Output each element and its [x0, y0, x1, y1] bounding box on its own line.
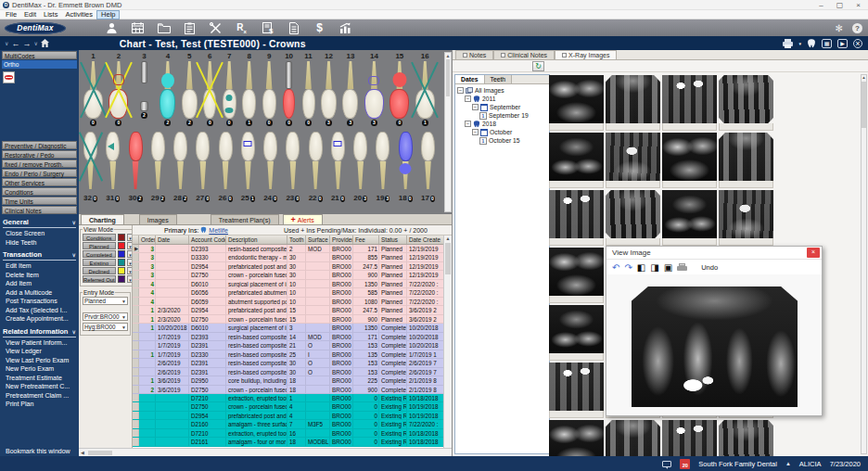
sidebar-item-new-perio-exam[interactable]: New Perio Exam	[0, 364, 79, 374]
xray-thumbnail[interactable]	[719, 420, 773, 456]
tooth-1[interactable]: 0	[83, 61, 103, 126]
chart-scrollbar[interactable]: ▲	[444, 52, 452, 212]
entry-mode-select[interactable]: Planned▼	[83, 297, 128, 305]
tooth-23[interactable]	[286, 132, 300, 189]
tooth-17[interactable]	[421, 132, 435, 189]
column-header-date[interactable]: Date	[156, 236, 189, 244]
sidebar-category-endo-perio-surgery[interactable]: Endo / Perio / Surgery	[2, 169, 77, 177]
table-row[interactable]: D7210extraction, erupted toot16BRO000Exi…	[133, 429, 452, 438]
tree-item-october-15[interactable]: 1October 15	[457, 136, 549, 145]
undo-arrow-icon[interactable]: ↶	[612, 262, 619, 273]
patient-icon[interactable]	[105, 22, 119, 34]
xray-thumbnail[interactable]	[549, 248, 604, 303]
reports-icon[interactable]	[338, 22, 352, 34]
expand-tray-icon[interactable]: ▲	[785, 461, 791, 466]
xray-thumbnail[interactable]	[662, 75, 717, 131]
xray-thumbnail[interactable]	[606, 420, 660, 456]
xray-thumbnail[interactable]	[549, 190, 604, 246]
tooth-14[interactable]: 3	[364, 61, 384, 126]
xray-thumbnail[interactable]	[549, 420, 604, 456]
tooth-30[interactable]	[129, 132, 143, 189]
home-icon[interactable]	[41, 39, 49, 47]
tooth-12[interactable]: 3	[321, 61, 337, 126]
play-icon[interactable]: ▶	[837, 39, 848, 48]
tooth-32[interactable]	[83, 132, 97, 189]
xray-thumbnail[interactable]	[719, 190, 773, 246]
table-row[interactable]: 23/6/2019D2750crown - porcelain fused18B…	[133, 386, 452, 394]
xray-thumbnail-image[interactable]	[606, 190, 660, 238]
table-row[interactable]: D2954prefabricated post and4BRO000Existi…	[133, 412, 452, 420]
column-header-provider[interactable]: Provider	[330, 236, 353, 244]
menu-item-file[interactable]: File	[2, 10, 20, 19]
clipboard-icon[interactable]	[183, 22, 197, 34]
color-swatch[interactable]	[118, 259, 125, 266]
tooth-10[interactable]: 0	[282, 61, 296, 126]
chevron-down-icon[interactable]: ∨	[72, 328, 76, 335]
print-image-icon[interactable]	[677, 263, 687, 272]
chat-icon[interactable]	[662, 461, 671, 467]
xray-thumbnail-image[interactable]	[549, 75, 604, 123]
billing-icon[interactable]: $	[261, 22, 274, 34]
sidebar-item-add-tax-selected-i-[interactable]: Add Tax (Selected I...	[0, 306, 79, 315]
table-row[interactable]: 4D6056prefabricated abutment10BRO00585Pl…	[133, 288, 452, 297]
sidebar-item-new-pretreatment-c-[interactable]: New Pretreatment C...	[0, 382, 79, 391]
color-swatch[interactable]	[118, 275, 125, 283]
xray-image-large[interactable]	[632, 286, 798, 407]
tab-treatment-plan-s-[interactable]: Treatment Plan(s)	[211, 214, 279, 224]
tree-expander[interactable]: −	[465, 121, 471, 127]
tree-item-october[interactable]: −October	[457, 128, 549, 136]
sidebar-category-restorative-pedo[interactable]: Restorative / Pedo	[2, 150, 77, 159]
provider-select[interactable]: Prvdr:BRO00▼	[83, 312, 128, 321]
xray-thumbnail[interactable]	[606, 190, 660, 246]
calendar-badge-icon[interactable]: 20	[680, 459, 690, 469]
column-header-status[interactable]: Status	[379, 236, 407, 244]
sidebar-item-edit-item[interactable]: Edit Item	[0, 261, 79, 271]
xray-thumbnail-image[interactable]	[719, 133, 773, 181]
invert-icon[interactable]: ▣	[664, 262, 672, 273]
flip-horizontal-icon[interactable]: ◧	[637, 262, 645, 273]
xray-thumbnail[interactable]	[549, 305, 604, 361]
tree-item-september-19[interactable]: 1September 19	[457, 111, 549, 120]
table-row[interactable]: 3D2954prefabricated post and30BRO00247.5…	[133, 262, 452, 271]
tooth-19[interactable]	[376, 132, 389, 189]
tab-alerts[interactable]: +Alerts	[283, 214, 323, 224]
sidebar-item-treatment-estimate[interactable]: Treatment Estimate	[0, 374, 79, 383]
xray-thumbnail[interactable]	[662, 133, 717, 188]
tooth-22[interactable]	[309, 132, 323, 189]
tree-item-2011[interactable]: −2011	[457, 95, 549, 103]
xray-thumbnail-image[interactable]	[549, 420, 604, 456]
xray-thumbnail-image[interactable]	[606, 75, 660, 123]
sidebar-category-clinical-notes[interactable]: Clinical Notes	[2, 206, 77, 214]
xray-thumbnail-image[interactable]	[662, 190, 717, 238]
xray-scrollbar[interactable]: ▲	[861, 74, 867, 454]
chevron-down-icon[interactable]: ∨	[33, 40, 37, 46]
column-header-fee[interactable]: Fee	[353, 236, 379, 244]
sidebar-category-fixed-remove-prosth-[interactable]: fixed / remove Prosth.	[2, 159, 77, 168]
table-row[interactable]: 2/6/2019D2391resin-based composite -30OB…	[133, 359, 452, 367]
xray-thumbnail[interactable]	[662, 420, 717, 456]
payment-icon[interactable]: $	[313, 22, 326, 34]
tooth-26[interactable]	[219, 132, 233, 189]
sidebar-item-ortho[interactable]: Ortho	[2, 60, 77, 69]
menu-item-lists[interactable]: Lists	[40, 10, 61, 19]
sidebar-item-print-plan[interactable]: Print Plan	[0, 400, 79, 409]
tree-item-all-images[interactable]: −All Images	[457, 86, 549, 95]
tooth-29[interactable]	[151, 132, 165, 189]
column-header-date-create[interactable]: Date Create	[407, 236, 444, 244]
redo-arrow-icon[interactable]: ↷	[624, 262, 632, 273]
tab-notes[interactable]: Notes	[455, 50, 493, 59]
column-header-description[interactable]: Description	[226, 236, 287, 244]
tooth-2[interactable]: 0	[108, 61, 128, 126]
tooth-28[interactable]	[173, 132, 187, 189]
menu-item-activities[interactable]: Activities	[61, 10, 96, 19]
color-swatch[interactable]	[118, 267, 125, 274]
tooth-6[interactable]: 0	[203, 61, 216, 126]
tree-tab-dates[interactable]: Dates	[455, 75, 485, 83]
column-header-account-code[interactable]: Account Code	[189, 236, 226, 244]
table-row[interactable]: 11/7/2019D2330resin-based composite -25I…	[133, 350, 452, 359]
table-row[interactable]: ▶3D2393resin-based composite -2MODBRO001…	[133, 245, 452, 253]
column-header-surface[interactable]: Surface	[306, 236, 330, 244]
tree-expander[interactable]: −	[472, 129, 479, 135]
column-header-selector[interactable]	[133, 236, 139, 244]
column-header-order[interactable]: Order	[139, 236, 156, 244]
